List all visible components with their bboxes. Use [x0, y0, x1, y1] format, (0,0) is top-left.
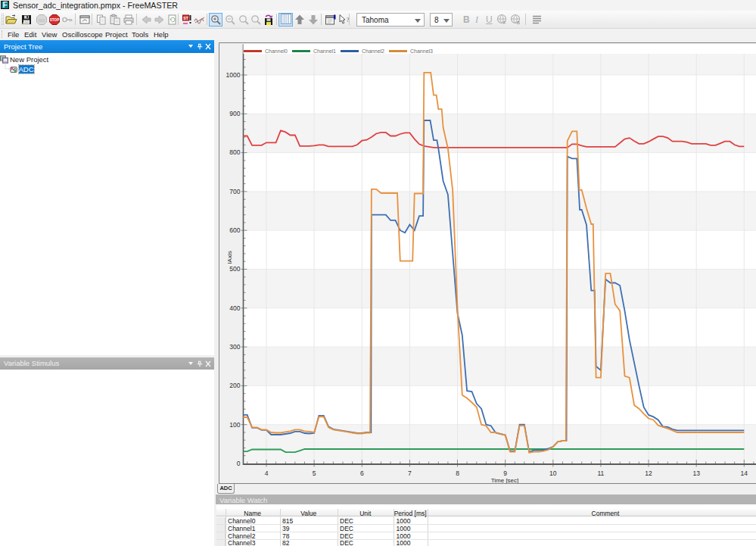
svg-text:200: 200: [229, 382, 240, 389]
svg-text:4: 4: [265, 470, 269, 477]
svg-text:F: F: [503, 20, 506, 25]
svg-text:6: 6: [360, 470, 364, 477]
svg-text:Channel3: Channel3: [410, 48, 433, 54]
svg-text:STOP: STOP: [50, 18, 59, 22]
svg-text:5: 5: [313, 470, 316, 477]
svg-text:14: 14: [741, 470, 748, 477]
svg-text:IAxis: IAxis: [226, 251, 233, 264]
svg-text:7: 7: [408, 470, 412, 477]
svg-text:0: 0: [237, 460, 241, 467]
svg-text:Channel2: Channel2: [362, 48, 384, 54]
svg-text:1000: 1000: [226, 71, 241, 79]
svg-text:B: B: [517, 20, 520, 25]
svg-text:900: 900: [229, 110, 240, 117]
svg-text:8: 8: [456, 470, 459, 477]
svg-text:13: 13: [692, 470, 700, 477]
svg-text:Channel0: Channel0: [265, 48, 288, 54]
svg-text:GO: GO: [39, 18, 45, 23]
svg-text:300: 300: [229, 343, 240, 351]
svg-text:700: 700: [229, 188, 240, 195]
svg-text:9: 9: [503, 470, 507, 477]
svg-text:400: 400: [229, 304, 240, 312]
svg-text:Channel1: Channel1: [313, 48, 336, 54]
svg-text:11: 11: [597, 470, 604, 477]
svg-text:800: 800: [229, 148, 240, 156]
svg-text:10: 10: [549, 470, 557, 477]
svg-text:100: 100: [229, 421, 240, 429]
svg-text:12: 12: [645, 470, 652, 477]
svg-text:600: 600: [229, 226, 240, 234]
svg-text:ST: ST: [183, 16, 188, 20]
svg-text:500: 500: [229, 265, 240, 273]
svg-text:Time [sec]: Time [sec]: [491, 477, 519, 484]
